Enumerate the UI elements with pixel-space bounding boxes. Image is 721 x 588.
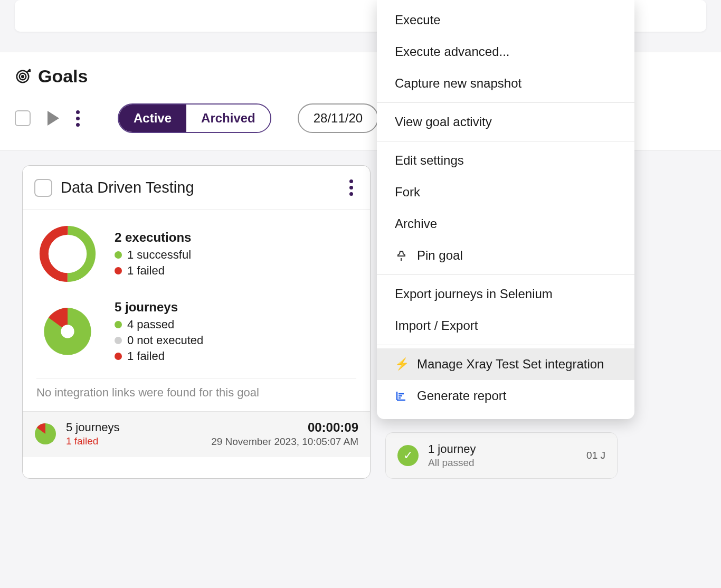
menu-execute[interactable]: Execute	[377, 4, 634, 36]
journeys-total: 5 journeys	[115, 300, 203, 315]
dot-icon	[115, 251, 122, 259]
context-menu: Execute Execute advanced... Capture new …	[377, 0, 634, 419]
journeys-passed: 4 passed	[127, 318, 174, 331]
pin-icon	[395, 249, 407, 262]
menu-xray-label: Manage Xray Test Set integration	[417, 357, 604, 372]
executions-chart	[36, 223, 99, 285]
date-filter[interactable]: 28/11/20	[298, 103, 378, 133]
select-all-checkbox[interactable]	[15, 110, 31, 126]
dot-icon	[115, 321, 122, 328]
check-circle-icon: ✓	[397, 445, 419, 466]
menu-pin-goal[interactable]: Pin goal	[377, 240, 634, 271]
card2-status: All passed	[428, 457, 586, 469]
menu-capture-snapshot[interactable]: Capture new snapshot	[377, 68, 634, 99]
executions-total: 2 executions	[115, 230, 191, 245]
bolt-icon: ⚡	[395, 357, 407, 371]
menu-execute-advanced[interactable]: Execute advanced...	[377, 36, 634, 68]
journeys-failed: 1 failed	[127, 349, 165, 363]
footer-timestamp: 29 November 2023, 10:05:07 AM	[211, 436, 358, 448]
journeys-chart	[36, 300, 99, 363]
goal-more-button[interactable]	[344, 176, 358, 199]
goal-card: Data Driven Testing 2 executions 1 succe…	[22, 165, 371, 479]
section-title: Goals	[38, 66, 88, 87]
tab-archived[interactable]: Archived	[186, 105, 270, 132]
menu-report-label: Generate report	[417, 388, 506, 403]
target-icon	[15, 69, 31, 84]
executions-successful: 1 successful	[127, 248, 191, 262]
footer-journeys: 5 journeys	[66, 421, 211, 434]
dot-icon	[115, 267, 122, 274]
tab-segmented: Active Archived	[118, 103, 271, 133]
menu-archive[interactable]: Archive	[377, 208, 634, 240]
play-icon[interactable]	[48, 111, 59, 126]
menu-fork[interactable]: Fork	[377, 176, 634, 208]
menu-view-activity[interactable]: View goal activity	[377, 106, 634, 138]
tab-active[interactable]: Active	[119, 105, 186, 132]
svg-point-7	[61, 325, 74, 338]
card2-date: 01 J	[586, 450, 605, 461]
menu-import-export[interactable]: Import / Export	[377, 310, 634, 342]
footer-duration: 00:00:09	[211, 420, 358, 435]
svg-point-2	[22, 75, 24, 78]
journeys-not-executed: 0 not executed	[127, 334, 203, 347]
goal-card-secondary: ✓ 1 journey All passed 01 J	[385, 432, 618, 479]
dot-icon	[115, 337, 122, 344]
menu-export-selenium[interactable]: Export journeys in Selenium	[377, 278, 634, 310]
dot-icon	[115, 353, 122, 360]
menu-pin-label: Pin goal	[417, 248, 463, 263]
goal-checkbox[interactable]	[34, 179, 52, 197]
no-integration-msg: No integration links were found for this…	[36, 386, 356, 411]
goal-title: Data Driven Testing	[61, 179, 344, 196]
card2-journeys: 1 journey	[428, 442, 586, 456]
footer-failed: 1 failed	[66, 435, 211, 447]
executions-failed: 1 failed	[127, 264, 165, 278]
menu-edit-settings[interactable]: Edit settings	[377, 145, 634, 176]
more-menu-button[interactable]	[71, 107, 85, 130]
report-icon	[395, 390, 407, 402]
menu-manage-xray[interactable]: ⚡ Manage Xray Test Set integration	[377, 348, 634, 380]
mini-pie-icon	[34, 423, 56, 445]
menu-generate-report[interactable]: Generate report	[377, 380, 634, 412]
